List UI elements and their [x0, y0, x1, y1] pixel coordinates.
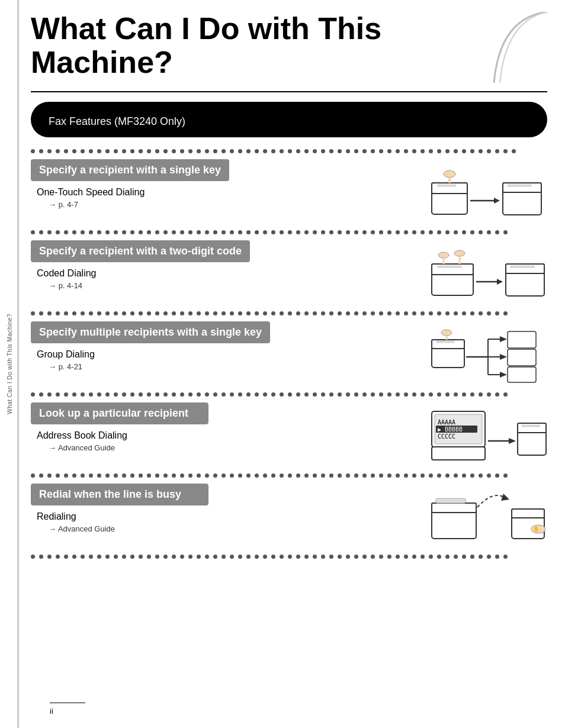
- sidebar-label: What Can I Do with This Machine?: [7, 314, 13, 414]
- svg-rect-21: [511, 266, 534, 268]
- svg-rect-8: [503, 183, 541, 192]
- feature-illus-single-key: [429, 159, 547, 224]
- svg-rect-20: [506, 264, 544, 273]
- svg-rect-7: [503, 190, 541, 215]
- feature-illus-two-digit: [429, 240, 547, 305]
- feature-ref-address-book: Advanced Guide: [31, 443, 423, 452]
- feature-illus-redial: ✋: [429, 484, 547, 549]
- feature-row-single-key: Specify a recipient with a single key On…: [31, 159, 547, 224]
- dot-row-4: [31, 473, 547, 478]
- footer-divider: [50, 703, 85, 703]
- svg-rect-11: [432, 264, 473, 275]
- svg-point-24: [441, 330, 452, 336]
- svg-rect-49: [518, 423, 546, 433]
- feature-text-address-book: Look up a particular recipient Address B…: [31, 402, 423, 452]
- feature-address-book: Look up a particular recipient Address B…: [31, 402, 547, 468]
- feature-row-two-digit: Specify a recipient with a two-digit cod…: [31, 240, 547, 305]
- feature-text-redial: Redial when the line is busy Redialing A…: [31, 484, 423, 533]
- svg-marker-30: [500, 336, 507, 342]
- feature-subtext-two-digit: Coded Dialing: [31, 268, 423, 279]
- dot-row-2: [31, 311, 547, 315]
- svg-rect-53: [436, 498, 466, 503]
- svg-rect-51: [432, 510, 476, 539]
- svg-rect-22: [432, 347, 464, 368]
- feature-ref-redial: Advanced Guide: [31, 524, 423, 533]
- group-svg: [429, 324, 547, 384]
- svg-rect-50: [522, 425, 540, 427]
- svg-marker-6: [494, 198, 500, 204]
- feature-heading-multiple: Specify multiple recipients with a singl…: [31, 321, 270, 343]
- page-title: What Can I Do with This Machine?: [31, 12, 547, 79]
- feature-subtext-multiple: Group Dialing: [31, 349, 423, 360]
- feature-subtext-address-book: Address Book Dialing: [31, 430, 423, 441]
- feature-ref-single-key: p. 4-7: [31, 200, 423, 209]
- coded-svg: [429, 246, 547, 299]
- feature-row-multiple: Specify multiple recipients with a singl…: [31, 321, 547, 386]
- feature-heading-two-digit: Specify a recipient with a two-digit cod…: [31, 240, 250, 262]
- svg-rect-36: [508, 331, 536, 348]
- feature-text-single-key: Specify a recipient with a single key On…: [31, 159, 423, 209]
- feature-text-two-digit: Specify a recipient with a two-digit cod…: [31, 240, 423, 290]
- dot-row-3: [31, 392, 547, 397]
- svg-marker-47: [509, 438, 516, 444]
- svg-marker-18: [497, 279, 503, 285]
- footer-page-number: ii: [50, 707, 53, 716]
- feature-heading-address-book: Look up a particular recipient: [31, 402, 208, 424]
- svg-rect-4: [438, 185, 455, 186]
- svg-text:AAAAA: AAAAA: [438, 419, 455, 426]
- svg-text:CCCCC: CCCCC: [438, 433, 455, 440]
- title-divider: [31, 91, 547, 92]
- dot-row-1: [31, 230, 547, 234]
- svg-rect-52: [432, 503, 476, 513]
- feature-row-redial: Redial when the line is busy Redialing A…: [31, 484, 547, 549]
- svg-rect-10: [432, 273, 473, 295]
- decorative-arc: [488, 12, 547, 83]
- feature-two-digit: Specify a recipient with a two-digit cod…: [31, 240, 547, 305]
- one-touch-svg: [429, 165, 547, 218]
- svg-rect-45: [432, 447, 485, 460]
- feature-text-multiple: Specify multiple recipients with a singl…: [31, 321, 423, 371]
- svg-text:▶ BBBBB: ▶ BBBBB: [438, 426, 463, 433]
- feature-ref-two-digit: p. 4-14: [31, 281, 423, 290]
- redial-svg: ✋: [429, 487, 547, 546]
- feature-heading-redial: Redial when the line is busy: [31, 484, 208, 505]
- fax-banner-title: Fax Features (MF3240 Only): [49, 110, 185, 128]
- sidebar-tab: What Can I Do with This Machine?: [0, 0, 19, 728]
- svg-point-2: [444, 170, 455, 178]
- svg-rect-56: [512, 509, 544, 518]
- svg-point-12: [438, 252, 449, 258]
- feature-single-key: Specify a recipient with a single key On…: [31, 159, 547, 224]
- svg-marker-35: [500, 372, 507, 378]
- svg-rect-0: [432, 192, 467, 214]
- svg-text:✋: ✋: [533, 526, 540, 533]
- svg-marker-32: [500, 354, 507, 360]
- page-footer: ii: [50, 703, 85, 716]
- feature-subtext-single-key: One-Touch Speed Dialing: [31, 187, 423, 198]
- feature-illus-multiple: [429, 321, 547, 386]
- feature-heading-single-key: Specify a recipient with a single key: [31, 159, 229, 181]
- svg-rect-26: [436, 341, 454, 343]
- feature-ref-multiple: p. 4-21: [31, 362, 423, 371]
- svg-marker-54: [501, 494, 509, 501]
- svg-point-14: [454, 250, 465, 256]
- address-book-svg: AAAAA ▶ BBBBB CCCCC: [429, 405, 547, 465]
- svg-rect-16: [438, 266, 461, 268]
- svg-rect-48: [518, 430, 546, 455]
- feature-illus-address-book: AAAAA ▶ BBBBB CCCCC: [429, 402, 547, 468]
- svg-rect-9: [508, 185, 531, 186]
- main-content: What Can I Do with This Machine? Fax Fea…: [19, 0, 565, 728]
- feature-row-address-book: Look up a particular recipient Address B…: [31, 402, 547, 468]
- svg-rect-38: [508, 367, 536, 382]
- title-area: What Can I Do with This Machine?: [31, 12, 547, 79]
- feature-subtext-redial: Redialing: [31, 511, 423, 522]
- page-wrapper: What Can I Do with This Machine? What Ca…: [0, 0, 565, 728]
- svg-rect-1: [432, 183, 467, 194]
- svg-rect-37: [508, 349, 536, 366]
- dot-row-top: [31, 149, 547, 153]
- dot-row-bottom: [31, 555, 547, 559]
- feature-redial: Redial when the line is busy Redialing A…: [31, 484, 547, 549]
- feature-multiple: Specify multiple recipients with a singl…: [31, 321, 547, 386]
- svg-rect-19: [506, 271, 544, 296]
- fax-banner: Fax Features (MF3240 Only): [31, 102, 547, 137]
